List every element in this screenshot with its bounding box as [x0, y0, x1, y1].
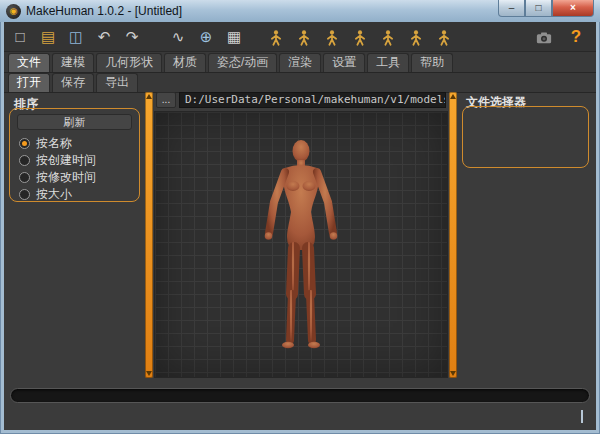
- symmetry-right-icon[interactable]: [292, 25, 316, 49]
- symmetry-icon[interactable]: [320, 25, 344, 49]
- window-title: MakeHuman 1.0.2 - [Untitled]: [26, 4, 182, 18]
- view-right-icon[interactable]: [432, 25, 456, 49]
- radio-icon: [19, 172, 30, 183]
- sort-option-by-modified[interactable]: 按修改时间: [19, 170, 96, 185]
- file-browser-area: ... D:/UserData/Personal/makehuman/v1/mo…: [145, 92, 457, 378]
- radio-label: 按大小: [36, 186, 72, 203]
- tab-modelling[interactable]: 建模: [52, 53, 94, 72]
- person-figure-icon: [379, 29, 397, 47]
- symmetry-left-icon[interactable]: [264, 25, 288, 49]
- new-file-icon[interactable]: □: [8, 25, 32, 49]
- radio-label: 按修改时间: [36, 169, 96, 186]
- background-icon[interactable]: ▦: [222, 25, 246, 49]
- view-front-icon[interactable]: [348, 25, 372, 49]
- view-back-icon[interactable]: [376, 25, 400, 49]
- radio-label: 按创建时间: [36, 152, 96, 169]
- tab-utilities[interactable]: 工具: [367, 53, 409, 72]
- sort-option-by-name[interactable]: 按名称: [19, 136, 72, 151]
- file-scrollbar-left[interactable]: [145, 92, 153, 378]
- sub-tabbar: 打开 保存 导出: [4, 73, 596, 93]
- person-figure-icon: [323, 29, 341, 47]
- camera-icon: [535, 29, 553, 47]
- undo-icon[interactable]: ↶: [92, 25, 116, 49]
- resize-grip[interactable]: [581, 410, 583, 423]
- tab-pose-animate[interactable]: 姿态/动画: [208, 53, 277, 72]
- sort-panel: 刷新 按名称 按创建时间 按修改时间 按大小: [9, 108, 140, 202]
- maximize-button[interactable]: □: [525, 0, 552, 17]
- load-icon[interactable]: ▤: [36, 25, 60, 49]
- subtab-export[interactable]: 导出: [96, 73, 138, 92]
- radio-icon: [19, 189, 30, 200]
- close-button[interactable]: ×: [552, 0, 594, 17]
- path-bar: ... D:/UserData/Personal/makehuman/v1/mo…: [156, 92, 446, 108]
- person-figure-icon: [295, 29, 313, 47]
- tab-materials[interactable]: 材质: [164, 53, 206, 72]
- browse-button[interactable]: ...: [156, 92, 176, 108]
- titlebar[interactable]: ◉ MakeHuman 1.0.2 - [Untitled] – □ ×: [0, 0, 600, 22]
- tab-settings[interactable]: 设置: [323, 53, 365, 72]
- sort-option-by-size[interactable]: 按大小: [19, 187, 72, 202]
- radio-label: 按名称: [36, 135, 72, 152]
- makehuman-logo-icon: ◉: [6, 4, 21, 19]
- app-client-area: □ ▤ ◫ ↶ ↷ ∿ ⊕ ▦: [4, 22, 596, 430]
- tab-geometries[interactable]: 几何形状: [96, 53, 162, 72]
- grab-screenshot-icon[interactable]: [532, 25, 556, 49]
- scroll-down-arrow-icon[interactable]: [146, 371, 152, 376]
- person-figure-icon: [351, 29, 369, 47]
- scroll-up-arrow-icon[interactable]: [146, 94, 152, 99]
- refresh-button[interactable]: 刷新: [17, 114, 132, 130]
- file-scrollbar-right[interactable]: [449, 92, 457, 378]
- redo-icon[interactable]: ↷: [120, 25, 144, 49]
- save-icon[interactable]: ◫: [64, 25, 88, 49]
- window: ◉ MakeHuman 1.0.2 - [Untitled] – □ × □ ▤…: [0, 0, 600, 434]
- subtab-save[interactable]: 保存: [52, 73, 94, 92]
- smooth-icon[interactable]: ∿: [166, 25, 190, 49]
- sort-option-by-created[interactable]: 按创建时间: [19, 153, 96, 168]
- human-model[interactable]: [241, 136, 361, 368]
- main-tabbar: 文件 建模 几何形状 材质 姿态/动画 渲染 设置 工具 帮助: [4, 52, 596, 73]
- help-icon[interactable]: ?: [564, 25, 588, 49]
- person-figure-icon: [435, 29, 453, 47]
- tab-help[interactable]: 帮助: [411, 53, 453, 72]
- file-chooser-box[interactable]: [462, 106, 589, 168]
- progress-bar: [10, 388, 590, 403]
- minimize-button[interactable]: –: [498, 0, 525, 17]
- scroll-down-arrow-icon[interactable]: [450, 371, 456, 376]
- subtab-open[interactable]: 打开: [8, 73, 50, 92]
- window-controls: – □ ×: [498, 0, 594, 17]
- main-toolbar: □ ▤ ◫ ↶ ↷ ∿ ⊕ ▦: [4, 22, 596, 52]
- person-figure-icon: [267, 29, 285, 47]
- model-viewport[interactable]: [154, 111, 448, 378]
- view-left-icon[interactable]: [404, 25, 428, 49]
- tab-rendering[interactable]: 渲染: [279, 53, 321, 72]
- tab-file[interactable]: 文件: [8, 53, 50, 72]
- scroll-up-arrow-icon[interactable]: [450, 94, 456, 99]
- render-icon[interactable]: ⊕: [194, 25, 218, 49]
- radio-selected-icon: [19, 138, 30, 149]
- person-figure-icon: [407, 29, 425, 47]
- radio-icon: [19, 155, 30, 166]
- path-field[interactable]: D:/UserData/Personal/makehuman/v1/models: [179, 92, 446, 108]
